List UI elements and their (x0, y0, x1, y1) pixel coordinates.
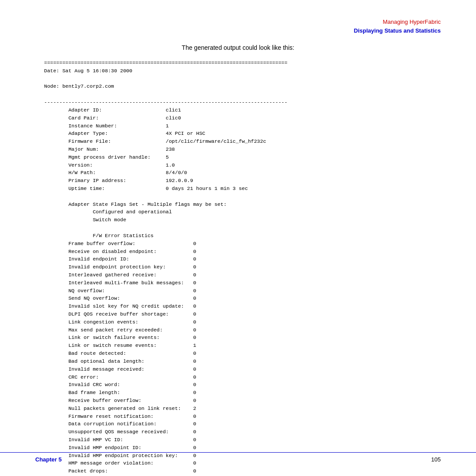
header-line2: Displaying Status and Statistics (354, 26, 441, 35)
page-header: Managing HyperFabric Displaying Status a… (354, 18, 441, 35)
footer-page-number: 105 (431, 456, 441, 463)
footer-chapter-label: Chapter 5 (35, 456, 62, 463)
code-block: ========================================… (44, 59, 432, 476)
page-footer: Chapter 5 105 (0, 452, 476, 463)
header-line1: Managing HyperFabric (354, 18, 441, 26)
intro-text: The generated output could look like thi… (44, 44, 432, 51)
main-content: The generated output could look like thi… (35, 44, 441, 476)
page-container: Managing HyperFabric Displaying Status a… (0, 0, 476, 476)
